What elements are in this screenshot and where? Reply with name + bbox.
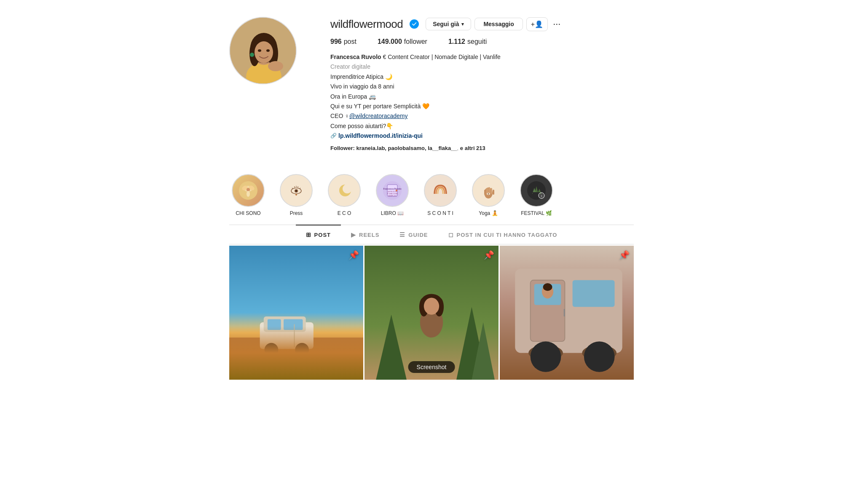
svg-point-80 [543, 283, 552, 291]
svg-point-85 [531, 341, 561, 372]
svg-point-26 [295, 190, 297, 192]
svg-point-48 [488, 193, 489, 195]
svg-point-30 [343, 184, 352, 193]
highlight-circle-press [280, 174, 313, 207]
following-label: seguiti [467, 38, 487, 46]
highlight-label-chi-sono: CHI SONO [236, 210, 260, 216]
grid-icon: ⊞ [306, 231, 311, 238]
svg-rect-81 [573, 280, 615, 307]
tab-guide[interactable]: ☰ GUIDE [389, 225, 438, 244]
highlight-circle-festival: › [520, 174, 553, 207]
tab-reels-label: REELS [359, 232, 379, 238]
grid-item-1[interactable]: 📌 [229, 246, 363, 380]
link-icon: 🔗 [330, 132, 337, 140]
highlight-circle-libro: Francesca Ruvolo LA FELICITÀ È UNA COSA … [376, 174, 409, 207]
add-person-icon: +👤 [531, 21, 543, 28]
svg-rect-46 [493, 190, 494, 195]
pin-icon-2: 📌 [484, 250, 494, 260]
bio-link[interactable]: 🔗 lp.wildflowermood.it/inizia-qui [330, 131, 634, 140]
highlight-label-yoga: Yoga 🧘 [479, 210, 498, 216]
highlight-sconti[interactable]: S C O N T I [421, 174, 459, 216]
avatar-container[interactable] [229, 17, 297, 84]
highlight-festival[interactable]: › FESTIVAL 🌿 [517, 174, 555, 216]
followers-label: follower [404, 38, 427, 46]
svg-text:SEMPLICE: SEMPLICE [388, 195, 397, 197]
highlight-label-eco: E C O [338, 210, 351, 216]
posts-stat[interactable]: 996 post [330, 38, 356, 46]
highlight-label-libro: LIBRO 📖 [381, 210, 404, 216]
bio-category: Creator digitale [330, 62, 634, 71]
bio-link-text: lp.wildflowermood.it/inizia-qui [338, 131, 423, 140]
ceo-link[interactable]: @wildcreatoracademy [349, 113, 408, 119]
more-options-button[interactable]: ··· [551, 17, 562, 31]
svg-point-7 [255, 41, 273, 63]
profile-info: wildflowermood Segui già ▾ Messaggio [330, 17, 634, 153]
svg-rect-82 [564, 309, 565, 316]
highlight-label-sconti: S C O N T I [427, 210, 453, 216]
message-button[interactable]: Messaggio [474, 18, 523, 30]
tab-post[interactable]: ⊞ POST [296, 225, 341, 244]
followers-stat[interactable]: 149.000 follower [378, 38, 427, 46]
highlight-press[interactable]: Press [277, 174, 315, 216]
grid-item-3[interactable]: 📌 [500, 246, 634, 380]
photo-grid: 📌 [229, 246, 634, 380]
bio-line-4: Qui e su YT per portare Semplicità 🧡 [330, 102, 634, 111]
tab-tagged[interactable]: ◻ POST IN CUI TI HANNO TAGGATO [438, 225, 568, 244]
highlight-label-festival: FESTIVAL 🌿 [521, 210, 552, 216]
tab-tagged-label: POST IN CUI TI HANNO TAGGATO [457, 232, 557, 238]
add-user-button[interactable]: +👤 [526, 17, 548, 31]
highlight-eco[interactable]: E C O [325, 174, 363, 216]
bio-line-1: Imprenditrice Atipica 🌙 [330, 72, 634, 81]
bio-tag: € Content Creator | Nomade Digitale | Va… [383, 54, 501, 60]
posts-label: post [344, 38, 356, 46]
followers-mention: Follower: kraneia.lab, paolobalsamo, la_… [330, 144, 634, 153]
stats-row: 996 post 149.000 follower 1.112 seguiti [330, 38, 634, 46]
svg-rect-57 [229, 338, 363, 380]
mention-others: e altri 213 [460, 145, 485, 151]
tab-guide-label: GUIDE [408, 232, 428, 238]
tab-reels[interactable]: ▶ REELS [341, 225, 389, 244]
svg-point-8 [258, 49, 261, 52]
highlight-libro[interactable]: Francesca Ruvolo LA FELICITÀ È UNA COSA … [373, 174, 411, 216]
svg-rect-62 [268, 319, 281, 330]
highlight-circle-yoga [472, 174, 505, 207]
svg-rect-56 [229, 246, 363, 380]
highlight-circle-sconti [424, 174, 457, 207]
following-count: 1.112 [448, 38, 465, 46]
nav-tabs: ⊞ POST ▶ REELS ☰ GUIDE ◻ POST IN CUI TI … [229, 225, 634, 244]
chevron-down-icon: ▾ [461, 21, 464, 27]
profile-top-row: wildflowermood Segui già ▾ Messaggio [330, 17, 634, 31]
highlights-section: CHI SONO [229, 166, 634, 225]
screenshot-badge: Screenshot [408, 361, 455, 373]
bio-line-3: Ora in Europa 🚐 [330, 92, 634, 101]
highlight-yoga[interactable]: Yoga 🧘 [469, 174, 507, 216]
svg-point-27 [295, 194, 297, 196]
ellipsis-icon: ··· [553, 19, 560, 29]
tag-icon: ◻ [448, 231, 454, 238]
svg-point-38 [396, 190, 397, 191]
profile-header: wildflowermood Segui già ▾ Messaggio [229, 8, 634, 153]
highlight-chi-sono[interactable]: CHI SONO [229, 174, 267, 216]
follow-button[interactable]: Segui già ▾ [426, 18, 471, 30]
reels-icon: ▶ [351, 231, 356, 238]
svg-text:›: › [541, 194, 542, 198]
username: wildflowermood [330, 18, 403, 31]
svg-point-9 [266, 49, 270, 52]
grid-item-2[interactable]: 📌 Screenshot [364, 246, 499, 380]
avatar [229, 17, 297, 84]
svg-rect-42 [484, 190, 486, 195]
following-stat[interactable]: 1.112 seguiti [448, 38, 487, 46]
followers-count: 149.000 [378, 38, 402, 46]
mention-names: kraneia.lab, paolobalsamo, la__flaka__ [356, 145, 457, 151]
highlight-circle-eco [328, 174, 361, 207]
highlight-circle-chi-sono [232, 174, 265, 207]
svg-rect-58 [260, 322, 314, 349]
svg-point-61 [295, 343, 309, 357]
svg-point-10 [250, 53, 254, 57]
pin-icon-3: 📌 [619, 250, 630, 260]
guide-icon: ☰ [399, 231, 405, 238]
svg-point-17 [247, 191, 250, 197]
pin-icon: 📌 [348, 250, 359, 260]
bio-section: Francesca Ruvolo € Content Creator | Nom… [330, 52, 634, 153]
action-buttons: Segui già ▾ Messaggio +👤 ··· [426, 17, 562, 31]
